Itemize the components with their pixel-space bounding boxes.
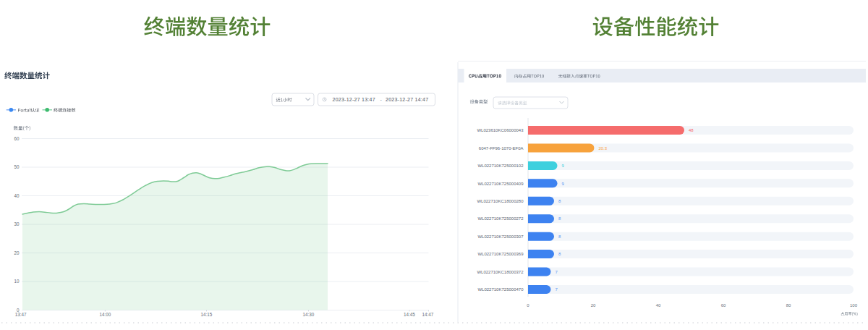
svg-text:WL022710K725000272: WL022710K725000272 bbox=[477, 216, 524, 221]
svg-text:80: 80 bbox=[786, 303, 791, 308]
svg-text:WL022710K725000409: WL022710K725000409 bbox=[477, 182, 524, 186]
svg-text:30: 30 bbox=[14, 221, 20, 227]
svg-text:20: 20 bbox=[14, 250, 20, 255]
svg-text:14:30: 14:30 bbox=[303, 312, 315, 317]
svg-text:2023-12-27 14:47: 2023-12-27 14:47 bbox=[386, 97, 428, 102]
svg-text:WL022710K725000369: WL022710K725000369 bbox=[477, 252, 524, 256]
svg-text:6047-FF96-1070-EF0A: 6047-FF96-1070-EF0A bbox=[479, 146, 524, 151]
svg-text:2023-12-27 13:47: 2023-12-27 13:47 bbox=[333, 97, 375, 102]
svg-text:WL022710K725000470: WL022710K725000470 bbox=[477, 287, 524, 292]
svg-text:20.3: 20.3 bbox=[598, 146, 607, 151]
svg-text:20: 20 bbox=[591, 303, 596, 308]
svg-text:50: 50 bbox=[14, 164, 20, 169]
svg-text:WL022710K725000307: WL022710K725000307 bbox=[477, 234, 524, 239]
svg-text:WL022710K725000102: WL022710K725000102 bbox=[477, 164, 524, 168]
svg-text:10: 10 bbox=[14, 279, 20, 284]
svg-text:60: 60 bbox=[721, 303, 726, 308]
svg-text:14:00: 14:00 bbox=[100, 312, 111, 317]
svg-text:40: 40 bbox=[14, 193, 20, 198]
svg-text:13:47: 13:47 bbox=[15, 312, 27, 317]
svg-text:WL023610KC06000043: WL023610KC06000043 bbox=[477, 128, 524, 132]
svg-text:14:15: 14:15 bbox=[201, 312, 213, 317]
svg-text:60: 60 bbox=[14, 136, 20, 141]
svg-text:48: 48 bbox=[689, 128, 694, 132]
svg-text:WL022710KC18000372: WL022710KC18000372 bbox=[477, 270, 524, 274]
svg-text:0: 0 bbox=[527, 303, 529, 308]
svg-text:14:47: 14:47 bbox=[422, 312, 434, 317]
svg-text:100: 100 bbox=[850, 303, 858, 308]
svg-text:14:45: 14:45 bbox=[404, 312, 415, 317]
svg-text:40: 40 bbox=[656, 303, 661, 308]
svg-text:WL022710KC18000280: WL022710KC18000280 bbox=[477, 199, 524, 203]
